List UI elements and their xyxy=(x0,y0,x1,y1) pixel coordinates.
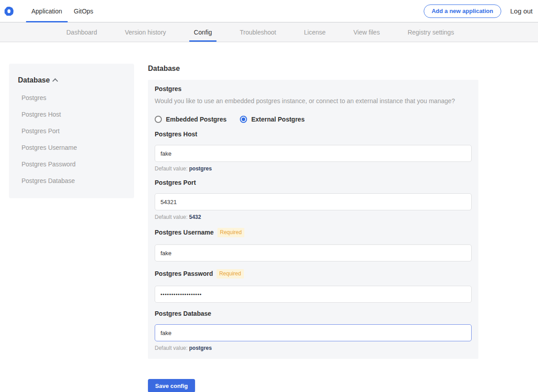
subnav-tab-registry-settings[interactable]: Registry settings xyxy=(403,22,458,42)
default-value-helper: Default value: postgres xyxy=(155,345,472,351)
field-label-postgres-host: Postgres Host xyxy=(155,131,472,138)
sidebar-item-postgres-database[interactable]: Postgres Database xyxy=(22,177,125,184)
config-sidebar: Database Postgres Postgres Host Postgres… xyxy=(9,64,134,198)
postgres-radio-group: Embedded Postgres External Postgres xyxy=(155,115,472,123)
sidebar-group-database[interactable]: Database xyxy=(18,76,125,84)
sidebar-group-label: Database xyxy=(18,76,50,84)
subnav-tab-license[interactable]: License xyxy=(299,22,330,42)
field-label-text: Postgres Password xyxy=(155,270,213,277)
sidebar-item-postgres-password[interactable]: Postgres Password xyxy=(22,161,125,168)
postgres-username-input[interactable] xyxy=(155,244,472,261)
app-logo[interactable] xyxy=(0,0,13,22)
sidebar-item-postgres-port[interactable]: Postgres Port xyxy=(22,127,125,135)
default-value-helper: Default value: 5432 xyxy=(155,214,472,220)
field-label-text: Postgres Port xyxy=(155,179,196,186)
field-label-postgres-password: Postgres Password Required xyxy=(155,269,472,279)
field-label-text: Postgres Username xyxy=(155,229,214,236)
tab-application-label: Application xyxy=(31,8,62,15)
sidebar-item-postgres[interactable]: Postgres xyxy=(22,94,125,101)
subnav-tab-troubleshoot[interactable]: Troubleshoot xyxy=(235,22,281,42)
subnav-tab-config[interactable]: Config xyxy=(189,22,216,42)
postgres-host-input[interactable] xyxy=(155,145,472,162)
content-area: Database Postgres Postgres Host Postgres… xyxy=(0,42,538,392)
field-label-postgres-database: Postgres Database xyxy=(155,310,472,317)
config-main: Database Postgres Would you like to use … xyxy=(148,65,478,392)
chevron-up-icon xyxy=(52,78,58,84)
default-value-prefix: Default value: xyxy=(155,214,187,220)
postgres-password-input[interactable] xyxy=(155,286,472,303)
required-badge: Required xyxy=(217,228,245,237)
tab-gitops-label: GitOps xyxy=(74,8,94,15)
app-logo-icon xyxy=(4,7,13,16)
tab-gitops[interactable]: GitOps xyxy=(68,0,100,22)
radio-embedded-label: Embedded Postgres xyxy=(166,116,226,123)
subnav-tab-version-history[interactable]: Version history xyxy=(121,22,171,42)
field-postgres-password: Postgres Password Required xyxy=(155,269,472,303)
radio-unchecked-icon[interactable] xyxy=(155,116,162,123)
radio-external-label: External Postgres xyxy=(251,116,304,123)
sidebar-item-postgres-host[interactable]: Postgres Host xyxy=(22,111,125,118)
radio-external-postgres[interactable]: External Postgres xyxy=(240,116,304,123)
tab-application[interactable]: Application xyxy=(26,0,68,22)
field-label-text: Postgres Database xyxy=(155,310,211,317)
config-group-card: Postgres Would you like to use an embedd… xyxy=(148,80,478,359)
field-label-postgres-port: Postgres Port xyxy=(155,179,472,186)
default-value-text: 5432 xyxy=(189,214,201,220)
radio-embedded-postgres[interactable]: Embedded Postgres xyxy=(155,116,226,123)
field-postgres-port: Postgres Port Default value: 5432 xyxy=(155,179,472,220)
group-label: Postgres xyxy=(155,86,472,92)
default-value-prefix: Default value: xyxy=(155,166,187,172)
logout-link[interactable]: Log out xyxy=(510,7,533,15)
radio-checked-icon[interactable] xyxy=(240,116,247,123)
top-nav: Application GitOps Add a new application… xyxy=(0,0,538,22)
postgres-port-input[interactable] xyxy=(155,193,472,210)
sub-nav: Dashboard Version history Config Trouble… xyxy=(0,22,538,42)
default-value-text: postgres xyxy=(189,166,212,172)
page-title: Database xyxy=(148,65,478,72)
default-value-helper: Default value: postgres xyxy=(155,166,472,172)
field-postgres-host: Postgres Host Default value: postgres xyxy=(155,131,472,172)
add-application-button[interactable]: Add a new application xyxy=(424,4,501,18)
field-label-postgres-username: Postgres Username Required xyxy=(155,228,472,237)
top-nav-tabs: Application GitOps xyxy=(26,0,99,22)
required-badge: Required xyxy=(217,269,244,279)
postgres-database-input[interactable] xyxy=(155,324,472,341)
default-value-text: postgres xyxy=(189,345,212,351)
sidebar-item-postgres-username[interactable]: Postgres Username xyxy=(22,144,125,151)
top-nav-actions: Add a new application Log out xyxy=(424,0,538,22)
subnav-tab-dashboard[interactable]: Dashboard xyxy=(62,22,102,42)
group-help-text: Would you like to use an embedded postgr… xyxy=(155,97,472,105)
field-postgres-username: Postgres Username Required xyxy=(155,228,472,261)
field-postgres-database: Postgres Database Default value: postgre… xyxy=(155,310,472,351)
save-config-button[interactable]: Save config xyxy=(148,379,195,392)
default-value-prefix: Default value: xyxy=(155,345,187,351)
field-label-text: Postgres Host xyxy=(155,131,197,138)
subnav-tab-view-files[interactable]: View files xyxy=(349,22,384,42)
